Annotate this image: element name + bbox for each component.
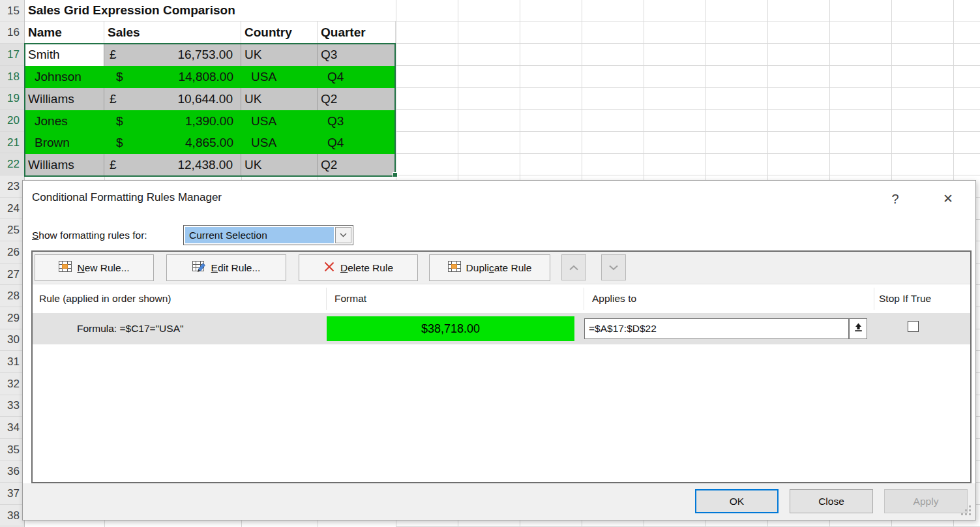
row-header[interactable]: 29 — [0, 307, 24, 329]
row-header[interactable]: 23 — [0, 175, 24, 198]
cell-d21[interactable]: Q4 — [318, 132, 396, 154]
row-header[interactable]: 30 — [0, 329, 24, 352]
move-rule-up-button[interactable] — [561, 254, 586, 280]
cell-d17[interactable]: Q3 — [318, 44, 396, 66]
label-text: how formatting rules for: — [38, 230, 147, 241]
row-header[interactable]: 21 — [0, 132, 24, 154]
rule-formula-text: Formula: =$C17="USA" — [77, 313, 184, 344]
show-rules-dropdown[interactable]: Current Selection — [183, 225, 353, 245]
stop-if-true-checkbox[interactable] — [908, 321, 919, 332]
header-separator — [874, 288, 874, 310]
chevron-up-icon — [569, 262, 579, 273]
ok-button[interactable]: OK — [695, 489, 779, 513]
cell-b18[interactable]: $14,808.00 — [104, 66, 241, 88]
dialog-footer: OK Close Apply — [23, 483, 975, 520]
currency-symbol: $ — [116, 70, 123, 84]
cell-b20[interactable]: $1,390.00 — [104, 110, 241, 132]
edit-rule-button[interactable]: Edit Rule... — [166, 254, 286, 281]
currency-symbol: £ — [110, 158, 117, 172]
header-applies-to: Applies to — [592, 284, 636, 313]
collapse-arrow-icon — [854, 323, 863, 335]
row-header[interactable]: 17 — [0, 44, 24, 66]
cell-d22[interactable]: Q2 — [318, 154, 396, 176]
button-label: New Rule... — [77, 262, 129, 274]
row-header[interactable]: 16 — [0, 22, 24, 44]
row-header[interactable]: 28 — [0, 285, 24, 307]
row-header[interactable]: 20 — [0, 110, 24, 132]
close-icon[interactable]: ✕ — [934, 188, 962, 209]
amount: 4,865.00 — [185, 136, 233, 150]
row-header[interactable]: 32 — [0, 373, 24, 395]
cell-c19[interactable]: UK — [241, 88, 318, 110]
row-header[interactable]: 27 — [0, 264, 24, 286]
cell-b17[interactable]: £16,753.00 — [104, 44, 241, 66]
col-header-country[interactable]: Country — [241, 22, 318, 44]
accelerator-key: S — [32, 230, 38, 241]
help-icon[interactable]: ? — [885, 188, 906, 209]
row-header[interactable]: 26 — [0, 241, 24, 264]
row-header[interactable]: 22 — [0, 153, 24, 175]
delete-rule-button[interactable]: Delete Rule — [299, 254, 418, 281]
cell-c18[interactable]: USA — [241, 66, 318, 88]
cell-d20[interactable]: Q3 — [318, 110, 396, 132]
cell-b19[interactable]: £10,644.00 — [104, 88, 241, 110]
cell-a20[interactable]: Jones — [25, 110, 104, 132]
excel-window: 15 16 17 18 19 20 21 22 23 24 25 26 27 2… — [0, 0, 980, 527]
applies-to-input[interactable]: =$A$17:$D$22 — [584, 318, 849, 339]
chevron-down-icon — [608, 262, 619, 273]
header-rule: Rule (applied in order shown) — [39, 284, 171, 313]
fill-handle[interactable] — [393, 172, 398, 177]
rules-list-header: Rule (applied in order shown) Format App… — [33, 284, 970, 313]
button-label: Edit Rule... — [211, 262, 261, 274]
cell-c20[interactable]: USA — [241, 110, 318, 132]
collapse-dialog-button[interactable] — [849, 318, 867, 339]
col-header-sales[interactable]: Sales — [104, 22, 241, 44]
row-header[interactable]: 15 — [0, 0, 24, 22]
dropdown-selected-value[interactable]: Current Selection — [185, 227, 334, 243]
button-label: Duplicate Rule — [466, 262, 532, 274]
apply-button[interactable]: Apply — [884, 489, 968, 513]
col-header-quarter[interactable]: Quarter — [318, 22, 396, 44]
move-rule-down-button[interactable] — [601, 254, 626, 280]
dialog-title: Conditional Formatting Rules Manager — [32, 191, 222, 204]
row-header[interactable]: 19 — [0, 88, 24, 110]
duplicate-rule-button[interactable]: Duplicate Rule — [429, 254, 550, 281]
cell-d19[interactable]: Q2 — [318, 88, 396, 110]
row-header[interactable]: 24 — [0, 198, 24, 220]
cell-c21[interactable]: USA — [241, 132, 318, 154]
col-header-name[interactable]: Name — [25, 22, 104, 44]
close-button[interactable]: Close — [790, 489, 873, 513]
format-preview: $38,718.00 — [327, 316, 574, 341]
row-header[interactable]: 36 — [0, 460, 24, 483]
red-x-icon — [323, 262, 335, 275]
cell-a19[interactable]: Williams — [25, 88, 104, 110]
rule-row[interactable]: Formula: =$C17="USA" $38,718.00 =$A$17:$… — [33, 313, 970, 344]
header-format: Format — [334, 284, 366, 313]
row-header[interactable]: 25 — [0, 219, 24, 241]
cell-a18[interactable]: Johnson — [25, 66, 104, 88]
row-header[interactable]: 33 — [0, 395, 24, 417]
row-header[interactable]: 38 — [0, 505, 24, 527]
sheet-title-cell[interactable]: Sales Grid Expression Comparison — [25, 0, 396, 22]
cell-a21[interactable]: Brown — [25, 132, 104, 154]
amount: 1,390.00 — [185, 114, 233, 128]
chevron-down-icon[interactable] — [335, 227, 351, 243]
row-header[interactable]: 37 — [0, 483, 24, 505]
cell-b21[interactable]: $4,865.00 — [104, 132, 241, 154]
rules-list-box: New Rule... Edit Rule... Delete Rule Dup… — [31, 250, 972, 483]
cell-b22[interactable]: £12,438.00 — [104, 154, 241, 176]
amount: 14,808.00 — [178, 70, 233, 84]
row-header[interactable]: 18 — [0, 66, 24, 88]
cell-a22[interactable]: Williams — [25, 154, 104, 176]
resize-grip[interactable] — [969, 505, 971, 507]
row-header[interactable]: 34 — [0, 417, 24, 439]
cell-a17[interactable]: Smith — [25, 44, 104, 66]
currency-symbol: $ — [116, 114, 123, 128]
new-rule-button[interactable]: New Rule... — [35, 254, 154, 281]
cell-d18[interactable]: Q4 — [318, 66, 396, 88]
amount: 16,753.00 — [177, 48, 233, 62]
row-header[interactable]: 35 — [0, 439, 24, 461]
cell-c22[interactable]: UK — [241, 154, 318, 176]
cell-c17[interactable]: UK — [241, 44, 318, 66]
row-header[interactable]: 31 — [0, 351, 24, 373]
